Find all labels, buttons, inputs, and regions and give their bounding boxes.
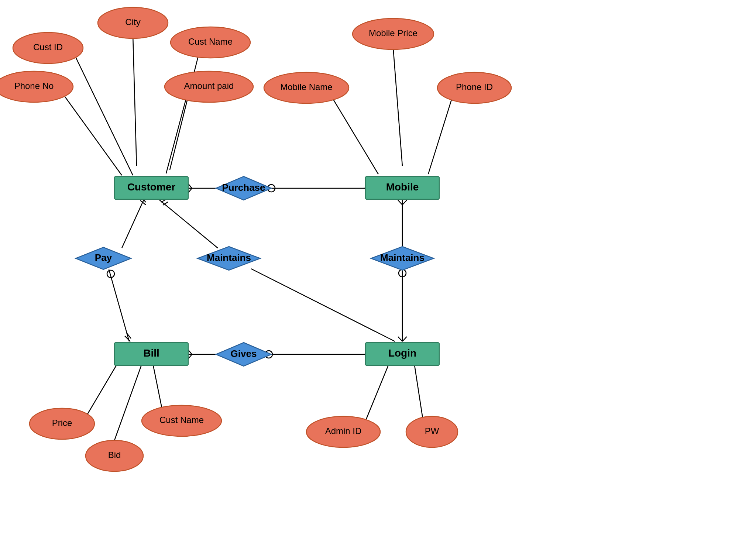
line-amountpaid-customer xyxy=(166,90,188,173)
line-phoneid-mobile xyxy=(428,92,454,174)
line-mobilename-mobile xyxy=(329,92,378,174)
attr-mobilename-label: Mobile Name xyxy=(280,82,332,92)
line-mobileprice-mobile xyxy=(393,47,402,166)
attr-mobileprice-label: Mobile Price xyxy=(369,28,417,38)
attr-phoneid-label: Phone ID xyxy=(456,82,493,92)
line-maintains-left-login xyxy=(251,269,395,341)
svg-line-4 xyxy=(188,188,192,193)
attr-price-label: Price xyxy=(52,418,72,428)
line-phoneno-customer xyxy=(59,89,122,175)
line-city-customer xyxy=(133,35,137,166)
svg-line-22 xyxy=(188,350,192,354)
attr-custid-label: Cust ID xyxy=(33,42,63,52)
attr-bid-label: Bid xyxy=(108,450,121,460)
line-customer-maintains-left xyxy=(159,199,218,248)
attr-amountpaid-label: Amount paid xyxy=(184,81,234,91)
er-diagram: Cust ID City Cust Name Phone No Amount p… xyxy=(0,0,756,557)
entity-customer-label: Customer xyxy=(127,181,176,193)
relation-maintains-right-label: Maintains xyxy=(380,252,425,263)
svg-line-21 xyxy=(402,337,407,341)
relation-maintains-left-label: Maintains xyxy=(207,252,251,263)
line-pay-bill xyxy=(109,269,129,341)
line-custid-customer xyxy=(76,57,133,175)
svg-line-3 xyxy=(188,184,192,188)
relation-purchase-label: Purchase xyxy=(222,182,265,193)
attr-pw-label: PW xyxy=(425,426,439,436)
attr-phoneno-label: Phone No xyxy=(14,81,54,91)
svg-line-17 xyxy=(398,200,402,205)
entity-mobile-label: Mobile xyxy=(386,181,419,193)
attr-adminid-label: Admin ID xyxy=(325,426,362,436)
entity-bill-label: Bill xyxy=(143,347,159,359)
attr-city-label: City xyxy=(125,17,140,27)
line-custname-customer xyxy=(170,52,199,170)
line-price-bill xyxy=(83,356,122,422)
line-customer-pay xyxy=(122,199,144,248)
entity-login-label: Login xyxy=(388,347,416,359)
attr-bill-custname-label: Cust Name xyxy=(159,415,204,425)
svg-line-18 xyxy=(402,200,407,205)
relation-gives-label: Gives xyxy=(231,348,257,359)
line-bid-bill xyxy=(114,358,144,440)
relation-pay-label: Pay xyxy=(95,252,112,263)
svg-line-23 xyxy=(188,354,192,359)
attr-custname-label: Cust Name xyxy=(188,37,233,47)
svg-line-20 xyxy=(398,337,402,341)
